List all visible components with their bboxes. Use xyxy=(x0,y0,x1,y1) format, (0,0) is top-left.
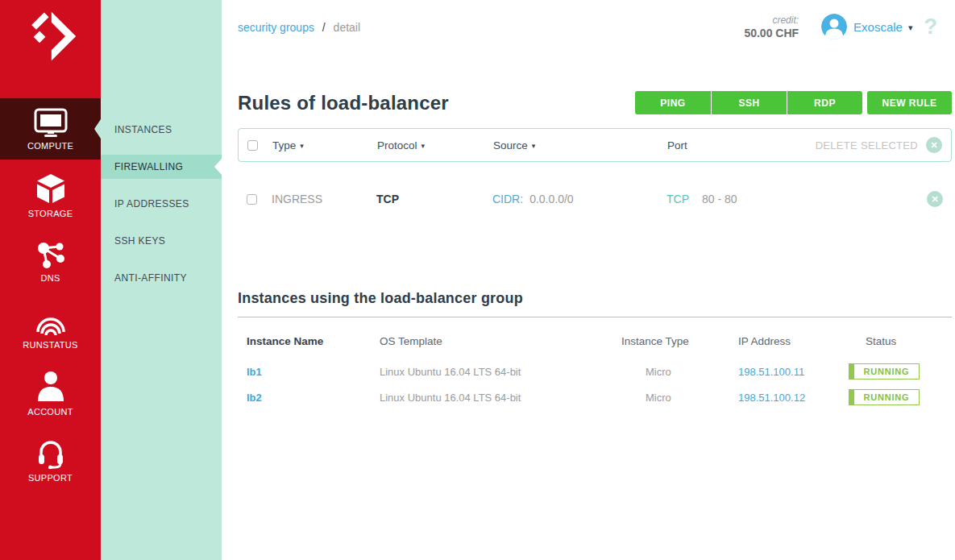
rules-section: Rules of load-balancer PING SSH RDP NEW … xyxy=(238,91,952,219)
nav-label: ACCOUNT xyxy=(27,407,73,417)
exoscale-logo[interactable] xyxy=(0,0,101,98)
primary-sidebar: COMPUTE STORAGE xyxy=(0,0,101,560)
column-header-os-template: OS Template xyxy=(380,335,621,347)
credit-value: 50.00 CHF xyxy=(744,27,799,39)
instance-type: Micro xyxy=(621,392,738,404)
rule-source: CIDR:0.0.0.0/0 xyxy=(492,193,666,205)
nav-compute[interactable]: COMPUTE xyxy=(0,98,101,160)
instance-ip-link[interactable]: 198.51.100.12 xyxy=(738,392,849,404)
new-rule-button[interactable]: NEW RULE xyxy=(867,91,952,114)
column-header-type[interactable]: Type▾ xyxy=(272,139,377,151)
ping-button[interactable]: PING xyxy=(635,91,711,114)
app-window: COMPUTE STORAGE xyxy=(0,0,955,560)
row-checkbox[interactable] xyxy=(247,194,257,205)
rules-table-header: Type▾ Protocol▾ Source▾ Port DELETE SELE… xyxy=(238,128,952,162)
rule-port: TCP80 - 80 xyxy=(666,193,927,205)
status-badge: RUNNING xyxy=(849,389,920,405)
sidebar-item-ssh-keys[interactable]: SSH KEYS xyxy=(101,229,222,253)
column-header-protocol[interactable]: Protocol▾ xyxy=(377,139,493,151)
column-header-source[interactable]: Source▾ xyxy=(493,139,667,151)
sidebar-item-firewalling[interactable]: FIREWALLING xyxy=(101,155,222,179)
breadcrumb: security groups / detail xyxy=(238,21,360,34)
rule-row: INGRESS TCP CIDR:0.0.0.0/0 TCP80 - 80 ✕ xyxy=(238,179,952,219)
delete-selected: DELETE SELECTED ✕ xyxy=(816,137,942,153)
help-icon[interactable]: ? xyxy=(924,15,938,39)
instances-section: Instances using the load-balancer group … xyxy=(238,290,952,410)
rule-delete-cell: ✕ xyxy=(927,191,943,207)
sort-caret-icon: ▾ xyxy=(421,142,426,150)
nav-support[interactable]: SUPPORT xyxy=(0,429,101,490)
nav-storage[interactable]: STORAGE xyxy=(0,164,101,226)
instance-ip-link[interactable]: 198.51.100.11 xyxy=(738,366,849,378)
column-header-instance-type: Instance Type xyxy=(621,335,738,347)
nav-dns[interactable]: DNS xyxy=(0,230,101,292)
instance-name-link[interactable]: lb1 xyxy=(247,366,380,378)
instance-os-template: Linux Ubuntu 16.04 LTS 64-bit xyxy=(380,392,621,404)
rule-protocol: TCP xyxy=(376,193,492,205)
page-title: Rules of load-balancer xyxy=(238,92,449,114)
select-all-checkbox[interactable] xyxy=(247,140,258,151)
instance-os-template: Linux Ubuntu 16.04 LTS 64-bit xyxy=(380,366,621,378)
instance-status-cell: RUNNING xyxy=(849,363,943,380)
nav-label: COMPUTE xyxy=(27,141,73,151)
headset-icon xyxy=(35,437,66,469)
breadcrumb-separator: / xyxy=(322,21,326,34)
nav-account[interactable]: ACCOUNT xyxy=(0,363,101,424)
delete-selected-icon[interactable]: ✕ xyxy=(926,137,942,153)
topbar-right: credit: 50.00 CHF Exoscale ▾ ? xyxy=(744,14,952,39)
instance-row: lb2 Linux Ubuntu 16.04 LTS 64-bit Micro … xyxy=(238,384,952,410)
instances-title: Instances using the load-balancer group xyxy=(238,290,952,317)
column-label: Type xyxy=(272,139,296,151)
avatar[interactable] xyxy=(821,14,847,39)
topbar: security groups / detail credit: 50.00 C… xyxy=(238,0,952,39)
rule-type: INGRESS xyxy=(272,193,376,205)
status-badge: RUNNING xyxy=(849,363,920,380)
instance-row: lb1 Linux Ubuntu 16.04 LTS 64-bit Micro … xyxy=(238,359,952,384)
delete-selected-label: DELETE SELECTED xyxy=(816,139,918,151)
nav-label: DNS xyxy=(40,273,60,283)
person-icon xyxy=(36,371,65,403)
rule-port-protocol: TCP xyxy=(666,193,689,205)
delete-rule-icon[interactable]: ✕ xyxy=(927,191,943,207)
nav-label: STORAGE xyxy=(28,209,73,218)
monitor-icon xyxy=(34,108,68,137)
instance-type: Micro xyxy=(621,366,738,378)
protocol-button-group: PING SSH RDP xyxy=(635,91,862,114)
breadcrumb-current: detail xyxy=(334,21,360,34)
column-label: Source xyxy=(493,139,528,151)
nav-runstatus[interactable]: RUNSTATUS xyxy=(0,297,101,358)
exoscale-logo-icon xyxy=(24,10,77,98)
sidebar-item-anti-affinity[interactable]: ANTI-AFFINITY xyxy=(101,266,222,290)
credit-label: credit: xyxy=(744,15,799,26)
instances-table-header: Instance Name OS Template Instance Type … xyxy=(238,335,952,347)
breadcrumb-link-security-groups[interactable]: security groups xyxy=(238,21,314,34)
sidebar-item-instances[interactable]: INSTANCES xyxy=(101,118,222,142)
sort-caret-icon: ▾ xyxy=(300,142,304,150)
sidebar-item-ip-addresses[interactable]: IP ADDRESSES xyxy=(101,192,222,216)
account-menu[interactable]: Exoscale ▾ xyxy=(853,20,912,34)
column-header-ip-address: IP Address xyxy=(738,335,849,347)
chevron-down-icon: ▾ xyxy=(908,22,913,32)
instance-status-cell: RUNNING xyxy=(849,389,943,405)
nav-label: RUNSTATUS xyxy=(23,340,77,350)
credit-display: credit: 50.00 CHF xyxy=(744,15,799,39)
ssh-button[interactable]: SSH xyxy=(711,91,787,114)
column-header-instance-name: Instance Name xyxy=(247,335,380,347)
main-content: security groups / detail credit: 50.00 C… xyxy=(222,0,955,560)
column-header-status: Status xyxy=(849,335,943,347)
nav-label: SUPPORT xyxy=(28,473,73,483)
cube-icon xyxy=(35,172,66,205)
rdp-button[interactable]: RDP xyxy=(787,91,862,114)
broadcast-icon xyxy=(34,305,68,336)
instance-name-link[interactable]: lb2 xyxy=(247,392,380,404)
rules-header: Rules of load-balancer PING SSH RDP NEW … xyxy=(238,91,952,114)
sort-caret-icon: ▾ xyxy=(532,142,536,150)
primary-nav: COMPUTE STORAGE xyxy=(0,98,101,495)
secondary-sidebar: INSTANCES FIREWALLING IP ADDRESSES SSH K… xyxy=(101,0,222,560)
column-header-port: Port xyxy=(667,139,816,151)
rule-source-kind[interactable]: CIDR: xyxy=(492,193,523,205)
rule-source-value: 0.0.0.0/0 xyxy=(529,193,574,205)
rules-actions: PING SSH RDP NEW RULE xyxy=(635,91,952,114)
share-nodes-icon xyxy=(35,240,66,269)
rule-port-range: 80 - 80 xyxy=(702,193,737,205)
